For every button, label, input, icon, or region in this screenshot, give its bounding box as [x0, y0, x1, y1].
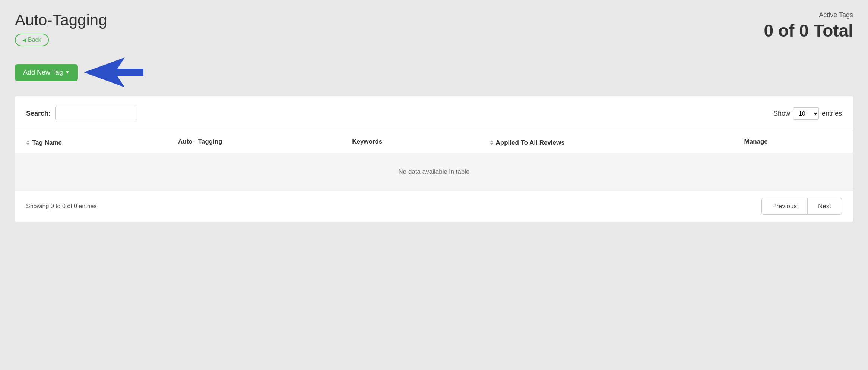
- back-label: Back: [28, 37, 41, 43]
- tag-name-sort: Tag Name: [26, 139, 62, 147]
- dropdown-arrow-icon: ▼: [65, 70, 70, 75]
- table-footer: Showing 0 to 0 of 0 entries Previous Nex…: [15, 191, 853, 222]
- col-applied-to-all-reviews[interactable]: Applied To All Reviews: [479, 131, 733, 153]
- sort-icon-applied: [490, 140, 494, 145]
- tag-name-header-label: Tag Name: [32, 139, 62, 147]
- data-table: Tag Name Auto - Tagging Keywords App: [15, 131, 853, 191]
- sort-up-icon: [26, 140, 30, 142]
- entries-label: entries: [822, 110, 842, 117]
- applied-header-label: Applied To All Reviews: [496, 139, 565, 147]
- active-tags-section: Active Tags 0 of 0 Total: [764, 11, 853, 41]
- content-card: Search: Show 10 25 50 100 entries: [15, 96, 853, 222]
- active-tags-count: 0 of 0 Total: [764, 21, 853, 41]
- search-left: Search:: [26, 107, 137, 120]
- col-tag-name[interactable]: Tag Name: [15, 131, 167, 153]
- add-new-tag-button[interactable]: Add New Tag ▼: [15, 64, 78, 81]
- col-auto-tagging: Auto - Tagging: [167, 131, 341, 153]
- sort-down-icon: [26, 143, 30, 145]
- pagination-buttons: Previous Next: [761, 198, 842, 215]
- sort-down-applied-icon: [490, 143, 494, 145]
- show-label: Show: [773, 110, 790, 117]
- svg-marker-0: [84, 57, 143, 87]
- sort-up-applied-icon: [490, 140, 494, 142]
- no-data-row: No data available in table: [15, 153, 853, 191]
- col-manage: Manage: [733, 131, 853, 153]
- arrow-pointer: [84, 57, 143, 87]
- sort-icon-tag-name: [26, 140, 30, 145]
- search-row: Search: Show 10 25 50 100 entries: [15, 96, 853, 131]
- back-button[interactable]: ◀ Back: [15, 34, 49, 46]
- entries-per-page-select[interactable]: 10 25 50 100: [793, 107, 819, 120]
- next-button[interactable]: Next: [808, 198, 842, 215]
- show-entries-right: Show 10 25 50 100 entries: [773, 107, 842, 120]
- page-title: Auto-Tagging: [15, 11, 107, 29]
- active-tags-label: Active Tags: [764, 11, 853, 19]
- previous-button[interactable]: Previous: [761, 198, 808, 215]
- showing-text: Showing 0 to 0 of 0 entries: [26, 203, 96, 210]
- search-input[interactable]: [55, 107, 137, 120]
- chevron-left-icon: ◀: [22, 37, 26, 43]
- page-header: Auto-Tagging ◀ Back Active Tags 0 of 0 T…: [15, 11, 853, 46]
- keywords-header-label: Keywords: [352, 138, 382, 145]
- header-row: Tag Name Auto - Tagging Keywords App: [15, 131, 853, 153]
- search-label: Search:: [26, 110, 51, 117]
- add-tag-label: Add New Tag: [23, 69, 63, 76]
- header-left: Auto-Tagging ◀ Back: [15, 11, 107, 46]
- toolbar-row: Add New Tag ▼: [15, 57, 853, 87]
- applied-sort: Applied To All Reviews: [490, 139, 565, 147]
- auto-tagging-header-label: Auto - Tagging: [178, 138, 222, 145]
- no-data-cell: No data available in table: [15, 153, 853, 191]
- table-header: Tag Name Auto - Tagging Keywords App: [15, 131, 853, 153]
- table-body: No data available in table: [15, 153, 853, 191]
- manage-header-label: Manage: [744, 138, 768, 145]
- col-keywords: Keywords: [341, 131, 478, 153]
